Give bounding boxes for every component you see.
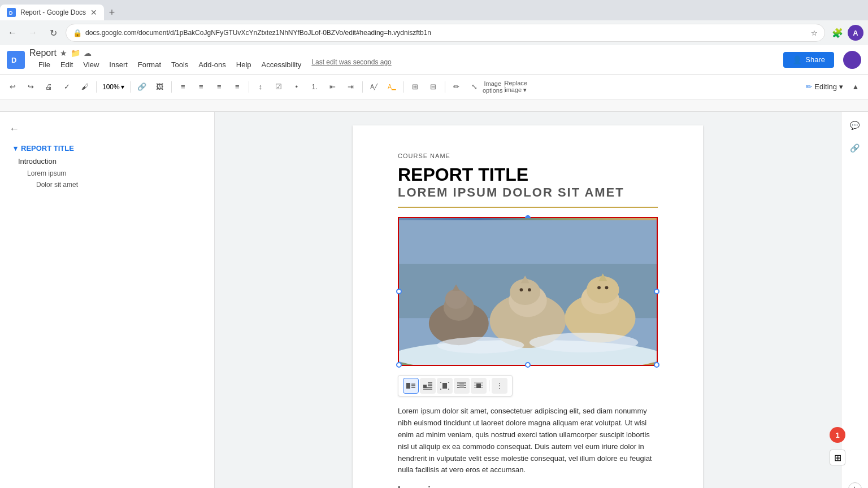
browser-actions: 🧩 A	[830, 25, 863, 41]
print-button[interactable]: 🖨	[41, 79, 57, 95]
more-options-button[interactable]: ⋮	[492, 378, 507, 394]
link-button[interactable]: 🔗	[134, 79, 150, 95]
replace-image-button[interactable]: Replace image ▾	[508, 79, 524, 95]
extensions-button[interactable]: 🧩	[830, 25, 845, 41]
editing-section: ✏ Editing ▾ ▲	[801, 79, 863, 95]
cloud-icon[interactable]: ☁	[84, 49, 92, 58]
svg-rect-43	[459, 384, 464, 388]
menu-format[interactable]: Format	[133, 58, 166, 71]
image-button[interactable]: 🖼	[152, 79, 168, 95]
document-title[interactable]: Report	[29, 48, 57, 58]
undo-button[interactable]: ↩	[5, 79, 20, 95]
document-area[interactable]: COURSE NAME REPORT TITLE LOREM IPSUM DOL…	[215, 112, 841, 488]
report-subtitle-heading[interactable]: LOREM IPSUM DOLOR SIT AMET	[398, 185, 658, 200]
svg-point-23	[437, 337, 524, 354]
course-name-text: COURSE NAME	[398, 152, 658, 159]
menu-file[interactable]: File	[34, 58, 55, 71]
folder-icon[interactable]: 📁	[71, 49, 80, 58]
links-panel-button[interactable]: 🔗	[846, 139, 864, 157]
format-toolbar: ↩ ↪ 🖨 ✓ 🖌 100% ▾ 🔗 🖼 ≡ ≡ ≡ ≡ ↕ ☑ • 1. ⇤ …	[0, 75, 868, 99]
notification-count: 1	[835, 431, 839, 439]
collapse-button[interactable]: ▲	[848, 79, 863, 95]
expand-button[interactable]: ⤡	[467, 79, 483, 95]
menu-edit[interactable]: Edit	[56, 58, 77, 71]
comment-panel-button[interactable]: 💬	[846, 116, 864, 134]
clear-formatting-button[interactable]: A╱	[366, 79, 382, 95]
last-edit-text[interactable]: Last edit was seconds ago	[311, 58, 391, 71]
active-tab[interactable]: D Report - Google Docs ✕	[0, 5, 104, 20]
svg-point-16	[528, 289, 531, 292]
share-button[interactable]: 👤 Share	[783, 52, 834, 68]
app-logo: D	[7, 51, 25, 69]
new-tab-button[interactable]: +	[104, 5, 120, 20]
sidebar-item-introduction[interactable]: Introduction	[0, 155, 214, 168]
break-text-button[interactable]	[437, 378, 453, 394]
image-handle-left[interactable]	[396, 289, 402, 294]
wrap-text-button[interactable]	[420, 378, 436, 394]
menu-accessibility[interactable]: Accessibility	[257, 58, 306, 71]
checklist-button[interactable]: ☑	[271, 79, 287, 95]
sep-5	[362, 81, 363, 93]
menu-help[interactable]: Help	[232, 58, 256, 71]
menu-insert[interactable]: Insert	[105, 58, 132, 71]
body-text[interactable]: Lorem ipsum dolor sit amet, consectetuer…	[398, 406, 658, 476]
menu-addons[interactable]: Add-ons	[194, 58, 230, 71]
image-handle-bottom-center[interactable]	[525, 362, 531, 368]
tab-favicon: D	[7, 8, 16, 17]
line-spacing-button[interactable]: ↕	[253, 79, 268, 95]
section-heading[interactable]: Lorem ipsum	[398, 485, 658, 488]
table-button[interactable]: ⊞	[407, 79, 423, 95]
address-bar[interactable]: 🔒 docs.google.com/document/d/1pBakCoJgNF…	[66, 24, 825, 42]
zoom-select[interactable]: 100% ▾	[100, 82, 127, 92]
paint-format-button[interactable]: 🖌	[77, 79, 93, 95]
image-handle-right[interactable]	[654, 289, 659, 294]
align-right-button[interactable]: ≡	[211, 79, 227, 95]
image-options-button[interactable]: ⊟	[426, 79, 441, 95]
decrease-indent-button[interactable]: ⇤	[325, 79, 341, 95]
svg-point-24	[530, 333, 638, 353]
align-left-button[interactable]: ≡	[175, 79, 191, 95]
align-center-button[interactable]: ≡	[193, 79, 209, 95]
tab-bar: D Report - Google Docs ✕ +	[0, 0, 868, 20]
sidebar-back-button[interactable]: ←	[0, 121, 214, 137]
report-title-heading[interactable]: REPORT TITLE	[398, 164, 658, 185]
front-text-button[interactable]	[471, 378, 487, 394]
image-options-label[interactable]: Image options	[485, 79, 501, 95]
image-handle-bottom-right[interactable]	[654, 362, 659, 368]
editing-mode-button[interactable]: ✏ Editing ▾	[801, 80, 848, 93]
drawing-button[interactable]: ✏	[449, 79, 465, 95]
star-icon[interactable]: ★	[60, 49, 67, 58]
sep-2	[130, 81, 131, 93]
increase-indent-button[interactable]: ⇥	[343, 79, 359, 95]
forward-button[interactable]: →	[25, 25, 41, 41]
sidebar-item-report-title[interactable]: ▾ REPORT TITLE	[0, 142, 214, 155]
svg-rect-25	[406, 383, 410, 389]
back-button[interactable]: ←	[5, 25, 20, 41]
menu-bar: File Edit View Insert Format Tools Add-o…	[34, 58, 392, 71]
lock-icon: 🔒	[73, 29, 82, 37]
add-panel-button[interactable]: +	[848, 482, 862, 488]
wolf-image-container[interactable]	[398, 217, 658, 366]
menu-view[interactable]: View	[79, 58, 103, 71]
sidebar-item-dolor-sit[interactable]: Dolor sit amet	[0, 179, 214, 190]
wolf-image[interactable]	[399, 218, 657, 365]
behind-text-button[interactable]	[454, 378, 470, 394]
highlight-button[interactable]: A▁	[384, 79, 400, 95]
profile-button[interactable]: A	[848, 25, 863, 41]
bottom-actions-button[interactable]: ⊞	[830, 450, 845, 465]
tab-close-button[interactable]: ✕	[90, 8, 97, 17]
inline-text-button[interactable]	[403, 378, 419, 394]
numbered-list-button[interactable]: 1.	[307, 79, 323, 95]
bookmark-star-icon[interactable]: ☆	[811, 29, 818, 37]
bullet-list-button[interactable]: •	[289, 79, 305, 95]
sidebar-item-lorem-ipsum[interactable]: Lorem ipsum	[0, 168, 214, 179]
image-handle-bottom-left[interactable]	[396, 362, 402, 368]
reload-button[interactable]: ↻	[45, 25, 61, 41]
menu-tools[interactable]: Tools	[167, 58, 193, 71]
user-avatar[interactable]	[843, 51, 861, 69]
redo-button[interactable]: ↪	[23, 79, 38, 95]
spell-check-button[interactable]: ✓	[59, 79, 75, 95]
justify-button[interactable]: ≡	[229, 79, 245, 95]
zoom-level: 100%	[102, 83, 120, 91]
app-toolbar: D Report ★ 📁 ☁ File Edit View Insert For…	[0, 45, 868, 75]
